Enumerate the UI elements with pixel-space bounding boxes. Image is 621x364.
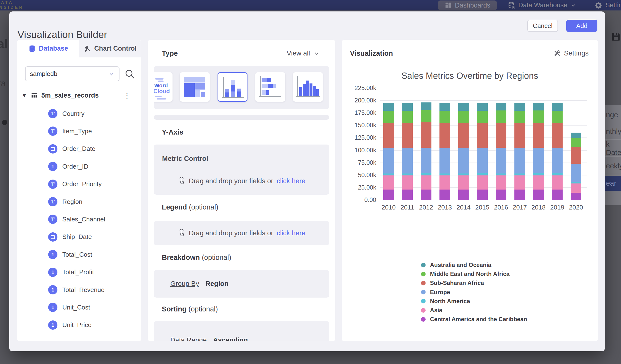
bar-segment[interactable] [439, 175, 450, 190]
bar-segment[interactable] [496, 175, 506, 190]
bar-segment[interactable] [458, 173, 469, 175]
bar-segment[interactable] [514, 190, 525, 200]
type-strip-scrollbar[interactable] [154, 115, 329, 120]
bar-segment[interactable] [402, 175, 413, 190]
database-select[interactable]: sampledb [25, 67, 120, 81]
bar-segment[interactable] [402, 173, 413, 175]
nav-item-settings[interactable]: Settings [594, 0, 621, 10]
nav-item-dashboards[interactable]: Dashboards [438, 0, 497, 10]
table-tree-header[interactable]: ▼ 5m_sales_records ⋮ [21, 90, 137, 101]
bar-segment[interactable] [514, 173, 525, 175]
bar-segment[interactable] [571, 138, 581, 147]
bar-segment[interactable] [552, 111, 563, 123]
field-item-region[interactable]: TRegion [17, 193, 141, 210]
bar-segment[interactable] [458, 175, 469, 190]
bar-segment[interactable] [439, 103, 450, 111]
bar-segment[interactable] [458, 123, 469, 148]
field-item-order_date[interactable]: Order_Date [17, 140, 141, 158]
bar-segment[interactable] [552, 173, 563, 175]
field-item-total_cost[interactable]: 1Total_Cost [17, 246, 141, 263]
group-by-function[interactable]: Group By [170, 280, 199, 288]
bar-segment[interactable] [496, 148, 506, 173]
bar-segment[interactable] [458, 148, 469, 173]
bar-segment[interactable] [514, 111, 525, 123]
field-item-total_profit[interactable]: 1Total_Profit [17, 263, 141, 281]
field-item-country[interactable]: TCountry [17, 105, 141, 122]
bar-segment[interactable] [552, 103, 563, 110]
bar-segment[interactable] [533, 123, 544, 148]
chart-type-wordcloud[interactable]: Word Cloud [154, 72, 172, 102]
bar-segment[interactable] [533, 175, 544, 190]
bar-segment[interactable] [514, 123, 525, 148]
field-item-item_type[interactable]: TItem_Type [17, 122, 141, 140]
nav-item-data-warehouse[interactable]: Data Warehouse [508, 0, 576, 10]
bar-segment[interactable] [383, 173, 394, 175]
bar-segment[interactable] [477, 148, 488, 173]
legend-item[interactable]: Australia and Oceania [421, 261, 491, 268]
bar-segment[interactable] [533, 173, 544, 175]
bar-segment[interactable] [571, 147, 581, 164]
bar-segment[interactable] [533, 103, 544, 110]
bar-segment[interactable] [496, 110, 506, 123]
bar-segment[interactable] [402, 190, 413, 200]
bar-segment[interactable] [439, 148, 450, 173]
bar-segment[interactable] [496, 123, 506, 148]
bar-segment[interactable] [439, 123, 450, 148]
bar-segment[interactable] [402, 123, 413, 148]
bar-segment[interactable] [383, 103, 394, 110]
bar-segment[interactable] [571, 133, 581, 138]
bar-segment[interactable] [477, 175, 488, 190]
bar-segment[interactable] [439, 173, 450, 175]
bar-segment[interactable] [458, 111, 469, 123]
bar-segment[interactable] [458, 190, 469, 200]
click-here-link[interactable]: click here [277, 229, 305, 237]
bar-segment[interactable] [571, 183, 581, 193]
bar-segment[interactable] [571, 193, 581, 200]
field-item-order_priority[interactable]: TOrder_Priority [17, 175, 141, 193]
bar-segment[interactable] [496, 190, 506, 200]
bar-segment[interactable] [439, 190, 450, 200]
chart-type-treemap[interactable] [180, 72, 210, 102]
bar-segment[interactable] [421, 190, 431, 200]
bar-segment[interactable] [477, 123, 488, 148]
click-here-link[interactable]: click here [277, 177, 305, 185]
settings-button[interactable]: Settings [553, 49, 589, 57]
legend-item[interactable]: Asia [421, 307, 442, 314]
legend-drop-zone[interactable]: Drag and drop your fields or click here [154, 229, 329, 238]
field-item-sales_channel[interactable]: TSales_Channel [17, 210, 141, 228]
bar-segment[interactable] [421, 103, 431, 110]
bar-segment[interactable] [458, 103, 469, 111]
bar-segment[interactable] [402, 103, 413, 111]
bar-segment[interactable] [552, 175, 563, 190]
bar-segment[interactable] [514, 103, 525, 110]
bar-segment[interactable] [477, 103, 488, 111]
field-item-unit_price[interactable]: 1Unit_Price [17, 316, 141, 334]
bar-segment[interactable] [552, 148, 563, 173]
bar-segment[interactable] [383, 190, 394, 200]
field-item-ship_date[interactable]: Ship_Date [17, 228, 141, 246]
kebab-menu-icon[interactable]: ⋮ [123, 91, 131, 100]
legend-item[interactable]: Middle East and North Africa [421, 271, 510, 277]
cancel-button[interactable]: Cancel [527, 20, 558, 32]
bar-segment[interactable] [571, 164, 581, 182]
bar-segment[interactable] [421, 110, 431, 123]
bar-segment[interactable] [477, 111, 488, 123]
chart-type-stacked-bar[interactable] [255, 72, 285, 102]
search-icon[interactable] [124, 68, 135, 80]
bar-segment[interactable] [383, 123, 394, 148]
bar-segment[interactable] [421, 175, 431, 190]
metric-drop-zone[interactable]: Drag and drop your fields or click here [154, 177, 329, 185]
field-item-total_revenue[interactable]: 1Total_Revenue [17, 281, 141, 298]
bar-segment[interactable] [514, 148, 525, 173]
bar-segment[interactable] [533, 110, 544, 123]
legend-item[interactable]: Europe [421, 289, 450, 296]
bar-segment[interactable] [477, 173, 488, 175]
legend-item[interactable]: Central America and the Caribbean [421, 316, 527, 323]
view-all-dropdown[interactable]: View all [287, 49, 320, 57]
chart-type-histogram[interactable] [293, 72, 323, 102]
bar-segment[interactable] [383, 148, 394, 173]
bar-segment[interactable] [571, 182, 581, 183]
bar-segment[interactable] [496, 173, 506, 176]
tab-chart-control[interactable]: Chart Control [79, 40, 142, 57]
bar-segment[interactable] [421, 122, 431, 147]
